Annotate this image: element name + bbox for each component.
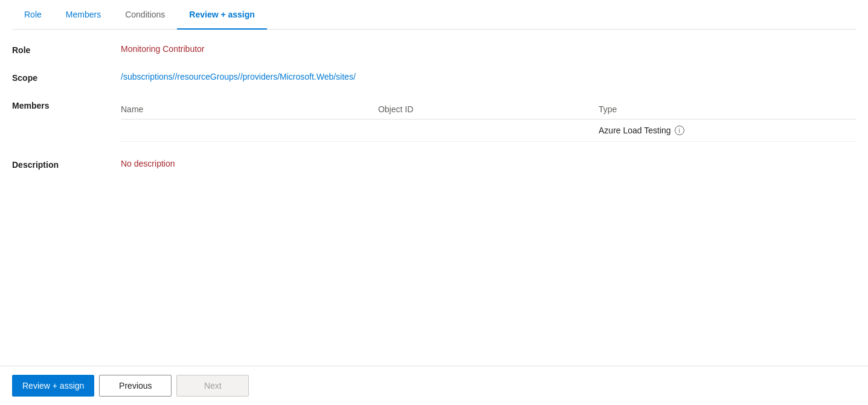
scope-label: Scope bbox=[12, 72, 121, 83]
scope-field-row: Scope /subscriptions/ /resourceGroups/ /… bbox=[12, 72, 856, 83]
main-content: Role Members Conditions Review + assign … bbox=[0, 0, 868, 366]
tab-conditions[interactable]: Conditions bbox=[113, 0, 177, 29]
review-assign-button[interactable]: Review + assign bbox=[12, 375, 94, 397]
next-button: Next bbox=[176, 375, 249, 397]
col-header-objectid: Object ID bbox=[378, 100, 599, 120]
members-field-row: Members Name Object ID Type bbox=[12, 100, 856, 142]
description-value: No description bbox=[121, 159, 856, 168]
member-type-text: Azure Load Testing bbox=[599, 126, 671, 135]
bottom-bar: Review + assign Previous Next bbox=[0, 366, 868, 405]
tab-members[interactable]: Members bbox=[54, 0, 113, 29]
content-area: Role Monitoring Contributor Scope /subsc… bbox=[12, 30, 856, 201]
tab-review-assign[interactable]: Review + assign bbox=[177, 0, 267, 29]
previous-button[interactable]: Previous bbox=[99, 375, 172, 397]
scope-value: /subscriptions/ /resourceGroups/ /provid… bbox=[121, 72, 856, 81]
col-header-name: Name bbox=[121, 100, 378, 120]
members-table-header: Name Object ID Type bbox=[121, 100, 856, 120]
member-objectid-cell bbox=[378, 120, 599, 142]
tab-navigation: Role Members Conditions Review + assign bbox=[12, 0, 856, 30]
members-label: Members bbox=[12, 100, 121, 110]
members-table: Name Object ID Type Azure Load Testing bbox=[121, 100, 856, 142]
col-header-type: Type bbox=[599, 100, 856, 120]
description-label: Description bbox=[12, 159, 121, 170]
scope-part-resourcegroups: /resourceGroups/ bbox=[175, 72, 240, 81]
role-label: Role bbox=[12, 44, 121, 55]
scope-part-providers: /providers/Microsoft.Web/sites/ bbox=[240, 72, 356, 81]
member-type-cell: Azure Load Testing i bbox=[599, 120, 856, 142]
member-name-cell bbox=[121, 120, 378, 142]
scope-part-subscriptions: /subscriptions/ bbox=[121, 72, 175, 81]
description-value-text: No description bbox=[121, 159, 175, 168]
role-value: Monitoring Contributor bbox=[121, 44, 856, 54]
role-value-text: Monitoring Contributor bbox=[121, 44, 205, 54]
description-field-row: Description No description bbox=[12, 159, 856, 170]
members-table-container: Name Object ID Type Azure Load Testing bbox=[121, 100, 856, 142]
type-cell-container: Azure Load Testing i bbox=[599, 126, 849, 135]
info-icon[interactable]: i bbox=[675, 126, 684, 135]
role-field-row: Role Monitoring Contributor bbox=[12, 44, 856, 55]
table-row: Azure Load Testing i bbox=[121, 120, 856, 142]
tab-role[interactable]: Role bbox=[12, 0, 54, 29]
